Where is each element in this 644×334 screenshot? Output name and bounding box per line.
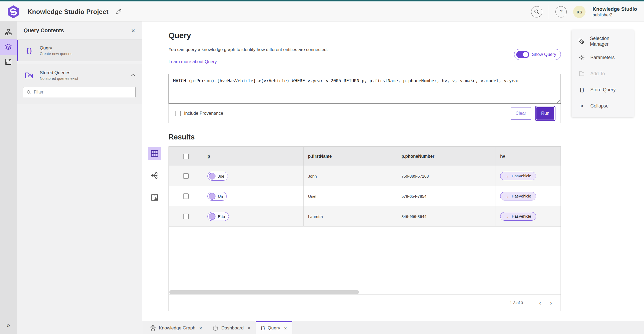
- selection-manager-label: Selection Manager: [590, 36, 627, 47]
- row-checkbox[interactable]: [183, 193, 189, 199]
- learn-more-link[interactable]: Learn more about Query: [169, 59, 217, 64]
- network-icon: [151, 172, 158, 179]
- filter-input[interactable]: [34, 90, 132, 95]
- next-page-button[interactable]: ›: [546, 297, 556, 308]
- braces-icon: { }: [23, 47, 35, 54]
- tab-dashboard[interactable]: Dashboard ×: [207, 321, 256, 334]
- chevron-up-icon[interactable]: [131, 74, 136, 77]
- edge-pill[interactable]: → HasVehicle: [500, 192, 536, 200]
- rail-expand-button[interactable]: »: [0, 322, 17, 329]
- table-row[interactable]: Etta Lauretta 846-956-8644 → HasVehicle: [169, 206, 561, 227]
- toggle-switch[interactable]: [516, 51, 529, 58]
- rail-hierarchy-button[interactable]: [0, 25, 17, 39]
- query-textarea[interactable]: MATCH (p:Person)-[hv:HasVehicle]->(v:Veh…: [169, 74, 561, 104]
- panel-title: Query Contents: [24, 27, 64, 34]
- store-query-button[interactable]: { } Store Query: [572, 82, 634, 98]
- parameters-label: Parameters: [590, 55, 614, 60]
- select-all-checkbox[interactable]: [183, 154, 189, 159]
- tab-label: Dashboard: [221, 325, 244, 331]
- previous-page-button[interactable]: ‹: [535, 297, 546, 308]
- add-to-label: Add To: [590, 71, 605, 77]
- query-item-label: Query: [40, 45, 72, 51]
- graph-view-button[interactable]: [148, 169, 161, 182]
- column-header-hv[interactable]: hv: [496, 147, 561, 166]
- panel-close-icon[interactable]: ×: [131, 27, 135, 34]
- hierarchy-icon: [5, 29, 12, 36]
- filter-search-icon: [27, 90, 31, 95]
- query-item-sublabel: Create new queries: [40, 52, 72, 56]
- chevron-left-icon: ‹: [539, 299, 541, 307]
- include-provenance-label: Include Provenance: [184, 111, 223, 116]
- row-checkbox[interactable]: [183, 214, 189, 219]
- stored-queries-section: Stored Queries No stored queries exist: [17, 64, 142, 104]
- close-icon[interactable]: ×: [247, 325, 251, 331]
- include-provenance-checkbox[interactable]: [175, 111, 181, 116]
- horizontal-scrollbar[interactable]: [169, 290, 561, 294]
- tab-knowledge-graph[interactable]: Knowledge Graph ×: [145, 321, 207, 334]
- table-row[interactable]: Uri Uriel 578-654-7854 → HasVehicle: [169, 186, 561, 206]
- tab-query[interactable]: { } Query ×: [256, 321, 292, 334]
- tag-cursor-icon: [578, 38, 585, 45]
- query-editor-box: MATCH (p:Person)-[hv:HasVehicle]->(v:Veh…: [169, 74, 561, 123]
- main-content: Query You can query a knowledge graph to…: [142, 21, 644, 321]
- selection-manager-button[interactable]: Selection Manager: [572, 33, 634, 49]
- column-header-phonenumber[interactable]: p.phoneNumber: [397, 147, 496, 166]
- project-title: Knowledge Studio Project: [27, 8, 108, 16]
- app-logo-icon: [7, 5, 20, 19]
- column-header-firstname[interactable]: p.firstName: [304, 147, 397, 166]
- map-view-button[interactable]: [148, 191, 161, 204]
- map-icon: [151, 194, 158, 201]
- row-checkbox[interactable]: [183, 173, 189, 179]
- results-view-toolbar: [148, 147, 161, 204]
- edit-title-icon[interactable]: [115, 9, 122, 15]
- query-actions-row: Include Provenance Clear Run: [169, 104, 561, 123]
- edge-pill[interactable]: → HasVehicle: [500, 212, 536, 221]
- edge-pill[interactable]: → HasVehicle: [500, 172, 536, 180]
- run-button[interactable]: Run: [536, 107, 554, 120]
- top-accent-bar: [0, 0, 644, 2]
- show-query-toggle[interactable]: Show Query: [514, 49, 561, 60]
- results-table: p p.firstName p.phoneNumber hv Joe John …: [169, 146, 561, 311]
- node-dot-icon: [209, 193, 215, 200]
- store-query-label: Store Query: [590, 87, 616, 93]
- stored-queries-sublabel: No stored queries exist: [40, 76, 78, 81]
- node-dot-icon: [209, 173, 215, 179]
- cell-firstname: Lauretta: [304, 206, 397, 226]
- help-icon: ?: [560, 9, 563, 15]
- close-icon[interactable]: ×: [199, 325, 202, 331]
- rail-save-button[interactable]: [0, 55, 17, 69]
- node-pill[interactable]: Uri: [207, 192, 227, 201]
- header-divider: [549, 5, 549, 19]
- table-header-row: p p.firstName p.phoneNumber hv: [169, 147, 561, 166]
- cell-firstname: John: [304, 166, 397, 186]
- rail-layers-button[interactable]: [0, 39, 17, 55]
- arrow-right-icon: →: [505, 174, 509, 178]
- app-header: Knowledge Studio Project ? KS Knowledge …: [0, 2, 644, 21]
- clear-button[interactable]: Clear: [511, 107, 531, 120]
- table-footer: 1-3 of 3 ‹ ›: [169, 294, 561, 311]
- help-button[interactable]: ?: [555, 6, 567, 17]
- scrollbar-thumb[interactable]: [169, 290, 359, 294]
- close-icon[interactable]: ×: [284, 325, 287, 331]
- sidebar-item-query[interactable]: { } Query Create new queries: [17, 40, 142, 61]
- node-pill[interactable]: Etta: [207, 212, 229, 221]
- column-header-p[interactable]: p: [203, 147, 304, 166]
- collapse-label: Collapse: [590, 103, 609, 109]
- tab-label: Knowledge Graph: [159, 325, 195, 331]
- results-heading: Results: [169, 133, 195, 141]
- node-pill[interactable]: Joe: [207, 172, 228, 181]
- braces-icon: { }: [261, 325, 265, 331]
- table-row[interactable]: Joe John 759-889-57168 → HasVehicle: [169, 166, 561, 186]
- search-button[interactable]: [531, 6, 542, 17]
- collapse-button[interactable]: » Collapse: [572, 98, 634, 114]
- query-description: You can query a knowledge graph to ident…: [169, 47, 328, 52]
- knowledge-graph-icon: [150, 325, 156, 331]
- bottom-tab-bar: Knowledge Graph × Dashboard × { } Query …: [142, 321, 644, 334]
- table-view-button[interactable]: [148, 147, 161, 160]
- save-icon: [5, 58, 12, 65]
- parameters-button[interactable]: Parameters: [572, 49, 634, 66]
- chevrons-right-icon: »: [6, 322, 10, 329]
- table-icon: [151, 150, 158, 157]
- sidebar-item-stored-queries[interactable]: Stored Queries No stored queries exist: [17, 64, 142, 87]
- avatar[interactable]: KS: [573, 6, 586, 18]
